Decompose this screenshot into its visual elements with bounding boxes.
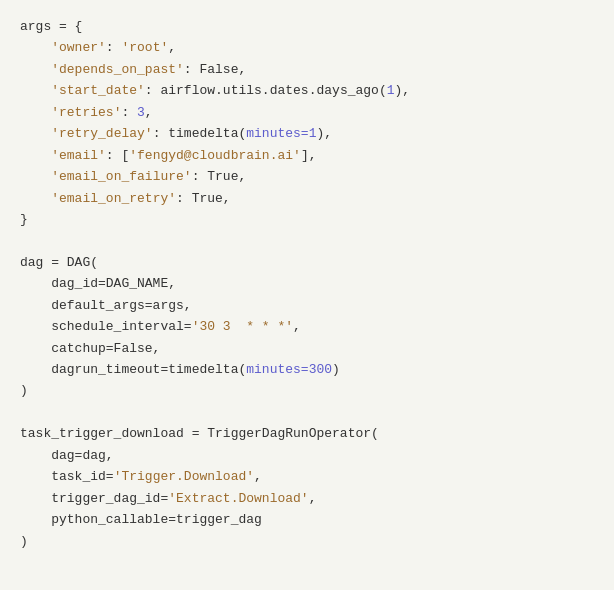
code-token: 'depends_on_past' (51, 59, 184, 80)
code-token (20, 188, 51, 209)
code-token (20, 102, 51, 123)
code-token: 'Trigger.Download' (114, 466, 254, 487)
code-token: ], (301, 145, 317, 166)
code-token: 'retry_delay' (51, 123, 152, 144)
code-line: ) (20, 531, 594, 552)
code-token: , (293, 316, 301, 337)
code-token: : timedelta( (153, 123, 247, 144)
code-token: ) (20, 531, 28, 552)
code-token: minutes=1 (246, 123, 316, 144)
code-line: trigger_dag_id='Extract.Download', (20, 488, 594, 509)
code-token: 'email_on_failure' (51, 166, 191, 187)
code-token: : False, (184, 59, 246, 80)
code-token: 'owner' (51, 37, 106, 58)
code-token: } (20, 209, 28, 230)
code-token: 'root' (121, 37, 168, 58)
code-token: : True, (192, 166, 247, 187)
code-line: 'retry_delay': timedelta(minutes=1), (20, 123, 594, 144)
code-line: task_id='Trigger.Download', (20, 466, 594, 487)
code-token: 'fengyd@cloudbrain.ai' (129, 145, 301, 166)
blank-line (20, 230, 594, 251)
code-token: dag = DAG( (20, 252, 98, 273)
code-token: trigger_dag_id= (20, 488, 168, 509)
code-token (20, 59, 51, 80)
code-token: , (168, 37, 176, 58)
code-token: 'email_on_retry' (51, 188, 176, 209)
code-token (20, 37, 51, 58)
code-token: dagrun_timeout=timedelta( (20, 359, 246, 380)
code-token: 3 (137, 102, 145, 123)
code-token (20, 80, 51, 101)
code-token (20, 123, 51, 144)
code-line: 'depends_on_past': False, (20, 59, 594, 80)
code-line: 'owner': 'root', (20, 37, 594, 58)
code-token: ), (316, 123, 332, 144)
code-token: : airflow.utils.dates.days_ago( (145, 80, 387, 101)
code-token: , (309, 488, 317, 509)
code-line: python_callable=trigger_dag (20, 509, 594, 530)
code-line: dag = DAG( (20, 252, 594, 273)
code-line: schedule_interval='30 3 * * *', (20, 316, 594, 337)
code-line: 'retries': 3, (20, 102, 594, 123)
code-token: 'email' (51, 145, 106, 166)
code-token: minutes=300 (246, 359, 332, 380)
code-line: 'email': ['fengyd@cloudbrain.ai'], (20, 145, 594, 166)
code-token: ) (20, 380, 28, 401)
code-line: } (20, 209, 594, 230)
code-token: 1 (387, 80, 395, 101)
code-token: task_id= (20, 466, 114, 487)
code-line: 'email_on_failure': True, (20, 166, 594, 187)
code-line: args = { (20, 16, 594, 37)
code-line: default_args=args, (20, 295, 594, 316)
code-token (20, 145, 51, 166)
code-token: 'retries' (51, 102, 121, 123)
code-token: 'start_date' (51, 80, 145, 101)
code-line: task_trigger_download = TriggerDagRunOpe… (20, 423, 594, 444)
code-line: dag=dag, (20, 445, 594, 466)
code-token: : True, (176, 188, 231, 209)
code-token: dag=dag, (20, 445, 114, 466)
code-line: dagrun_timeout=timedelta(minutes=300) (20, 359, 594, 380)
code-token: args = { (20, 16, 82, 37)
code-token: , (145, 102, 153, 123)
code-token: : (106, 37, 122, 58)
code-token: task_trigger_download = TriggerDagRunOpe… (20, 423, 379, 444)
code-token: '30 3 * * *' (192, 316, 293, 337)
code-token (20, 166, 51, 187)
code-line: ) (20, 380, 594, 401)
code-token: : [ (106, 145, 129, 166)
code-token: ) (332, 359, 340, 380)
blank-line (20, 402, 594, 423)
code-line: 'email_on_retry': True, (20, 188, 594, 209)
code-token: : (121, 102, 137, 123)
code-token: ), (395, 80, 411, 101)
code-token: , (254, 466, 262, 487)
code-line: catchup=False, (20, 338, 594, 359)
code-token: python_callable=trigger_dag (20, 509, 262, 530)
code-token: 'Extract.Download' (168, 488, 308, 509)
code-line: 'start_date': airflow.utils.dates.days_a… (20, 80, 594, 101)
code-token: schedule_interval= (20, 316, 192, 337)
code-line: dag_id=DAG_NAME, (20, 273, 594, 294)
code-token: catchup=False, (20, 338, 160, 359)
code-token: dag_id=DAG_NAME, (20, 273, 176, 294)
code-editor: args = { 'owner': 'root', 'depends_on_pa… (0, 0, 614, 590)
code-token: default_args=args, (20, 295, 192, 316)
